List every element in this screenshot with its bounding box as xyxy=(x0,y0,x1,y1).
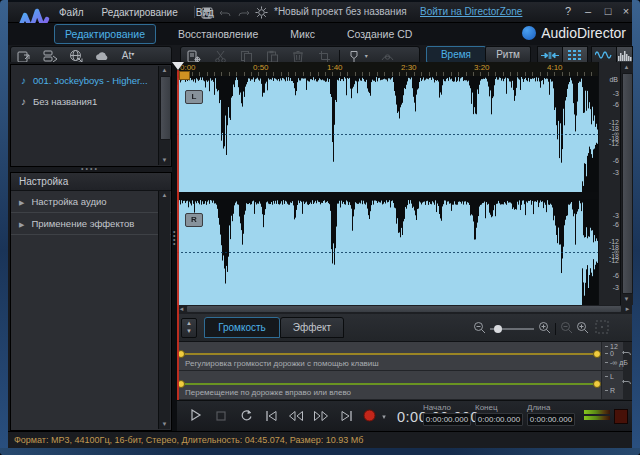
expand-arrow-icon: ▶ xyxy=(19,199,24,206)
zoom-in-icon[interactable] xyxy=(538,320,551,338)
scroll-up-icon[interactable]: ▲ xyxy=(159,191,170,200)
db-unit-label: dB xyxy=(609,76,618,83)
pan-lane-reset-icon[interactable] xyxy=(622,371,632,399)
waveform-canvas-right[interactable] xyxy=(177,199,598,305)
pan-lane-scale: LR xyxy=(601,371,623,399)
db-scale-label: -12 xyxy=(609,140,619,147)
volume-keyframe-line[interactable] xyxy=(179,353,599,355)
waveform-editor[interactable]: 0:000:501:402:303:204:10 L R xyxy=(177,62,598,305)
scroll-down-icon[interactable]: ▼ xyxy=(621,295,632,304)
directorzone-link[interactable]: Войти на DirectorZone xyxy=(420,6,522,17)
time-field-label: Конец xyxy=(475,403,523,412)
channel-right[interactable]: R xyxy=(177,199,598,305)
minimize-button[interactable]: – xyxy=(580,5,596,17)
time-field-value[interactable]: 0:00:00.000 xyxy=(475,413,523,426)
panel-resize-handle[interactable]: •••• xyxy=(8,165,172,172)
db-scale-label: -6 xyxy=(613,101,619,108)
library-scrollbar[interactable]: ▲ ▼ xyxy=(158,66,170,165)
timeline-tick-label: 3:20 xyxy=(474,63,490,72)
menu-item-file[interactable]: Файл xyxy=(50,3,93,18)
list-item[interactable]: ♪001. Jockeyboys - Higher... xyxy=(11,70,171,91)
brand: AudioDirector xyxy=(522,25,626,43)
lane-scale-label: 12 xyxy=(605,343,618,350)
hscroll-thumb[interactable] xyxy=(187,306,621,312)
scroll-right-icon[interactable]: ► xyxy=(623,305,632,313)
timeline-ruler[interactable]: 0:000:501:402:303:204:10 xyxy=(177,62,598,76)
db-scale-label: -3 xyxy=(613,212,619,219)
db-scale-label: -3 xyxy=(613,284,619,291)
time-mode-button[interactable]: Время xyxy=(426,46,486,63)
time-field-value[interactable]: 0:00:00.000 xyxy=(527,413,575,426)
rewind-button[interactable] xyxy=(285,408,307,426)
tab-edit[interactable]: Редактирование xyxy=(54,24,156,44)
pan-lane-track[interactable]: Перемещение по дорожке вправо или влево xyxy=(177,371,601,400)
settings-item-apply-effects[interactable]: ▶Применение эффектов xyxy=(11,213,171,235)
tab-restore[interactable]: Восстановление xyxy=(168,25,268,43)
settings-gear-icon[interactable] xyxy=(252,5,270,19)
undo-icon[interactable] xyxy=(216,5,234,19)
close-button[interactable]: × xyxy=(618,5,634,17)
pan-keyframe-line[interactable] xyxy=(179,383,599,385)
scroll-down-icon[interactable]: ▼ xyxy=(159,420,170,429)
help-button[interactable]: ? xyxy=(560,5,576,17)
zoom-fit-icon[interactable] xyxy=(595,320,609,338)
maximize-button[interactable]: □ xyxy=(600,5,616,17)
settings-scrollbar[interactable]: ▲ ▼ xyxy=(158,191,170,429)
timeline-flag-icon[interactable] xyxy=(179,71,190,80)
beat-mode-button[interactable]: Ритм xyxy=(485,46,531,63)
redo-icon[interactable] xyxy=(234,5,252,19)
scroll-up-icon[interactable]: ▲ xyxy=(621,63,632,72)
keyframe-point[interactable] xyxy=(593,380,601,388)
loop-button[interactable] xyxy=(235,408,257,426)
db-scale-label: -12 xyxy=(609,257,619,264)
tab-mix[interactable]: Микс xyxy=(280,25,325,43)
collapse-panel-icon[interactable]: ▲▼ xyxy=(181,318,197,338)
volume-lane-scale: 120-∞ дБ xyxy=(601,342,623,370)
record-button[interactable] xyxy=(360,408,378,426)
settings-item-label: Настройка аудио xyxy=(31,196,106,207)
stop-button[interactable] xyxy=(210,408,232,426)
channel-divider xyxy=(177,192,598,199)
db-scale-label: -3 xyxy=(613,90,619,97)
volume-lane-track[interactable]: Регулировка громкости дорожки с помощью … xyxy=(177,342,601,371)
vertical-zoom-in-icon[interactable] xyxy=(576,320,589,338)
volume-lane-reset-icon[interactable] xyxy=(622,342,632,370)
zoom-controls xyxy=(473,320,609,338)
keyframe-point[interactable] xyxy=(593,350,601,358)
timeline-tick-label: 4:10 xyxy=(547,63,563,72)
left-panel: ♪001. Jockeyboys - Higher...♪Без названи… xyxy=(8,62,172,431)
scroll-up-icon[interactable]: ▲ xyxy=(159,66,170,75)
pan-keyframe-lane[interactable]: Перемещение по дорожке вправо или влево … xyxy=(177,371,632,400)
text-to-speech-icon[interactable]: At▾ xyxy=(115,50,141,61)
zoom-slider[interactable] xyxy=(490,328,534,330)
timeline-tick-label: 1:40 xyxy=(327,63,343,72)
scroll-down-icon[interactable]: ▼ xyxy=(159,156,170,165)
time-field-label: Длина xyxy=(527,403,575,412)
settings-item-audio-adjust[interactable]: ▶Настройка аудио xyxy=(11,191,171,213)
channel-left[interactable]: L xyxy=(177,76,598,192)
save-icon[interactable] xyxy=(198,5,216,19)
waveform-canvas-left[interactable] xyxy=(177,76,598,192)
go-start-button[interactable] xyxy=(260,408,282,426)
playhead[interactable] xyxy=(177,70,179,400)
vertical-zoom-out-icon[interactable] xyxy=(560,320,573,338)
library-scroll-thumb[interactable] xyxy=(160,76,171,140)
zoom-slider-knob[interactable] xyxy=(494,325,502,333)
tab-create-cd[interactable]: Создание CD xyxy=(337,25,422,43)
menu-item-edit[interactable]: Редактирование xyxy=(93,3,187,18)
volume-keyframe-lane[interactable]: Регулировка громкости дорожки с помощью … xyxy=(177,342,632,371)
window-title: *Новый проект без названия xyxy=(274,6,407,17)
play-button[interactable] xyxy=(185,408,207,426)
zoom-out-icon[interactable] xyxy=(473,320,486,338)
waveform-scrollbar-vertical[interactable]: ▲ ▼ xyxy=(620,62,633,305)
media-item-label: 001. Jockeyboys - Higher... xyxy=(33,75,148,86)
list-item[interactable]: ♪Без названия1 xyxy=(11,91,171,112)
tab-volume[interactable]: Громкость xyxy=(204,317,280,338)
record-dropdown-icon[interactable]: ▾ xyxy=(379,408,389,426)
waveform-scroll-thumb[interactable] xyxy=(622,73,633,294)
playhead-handle-icon[interactable] xyxy=(172,62,184,70)
menu-separator xyxy=(194,6,195,18)
time-field-value[interactable]: 0:00:00.000 xyxy=(423,413,471,426)
volume-lane-label: Регулировка громкости дорожки с помощью … xyxy=(185,359,379,368)
tab-effect[interactable]: Эффект xyxy=(280,317,344,338)
